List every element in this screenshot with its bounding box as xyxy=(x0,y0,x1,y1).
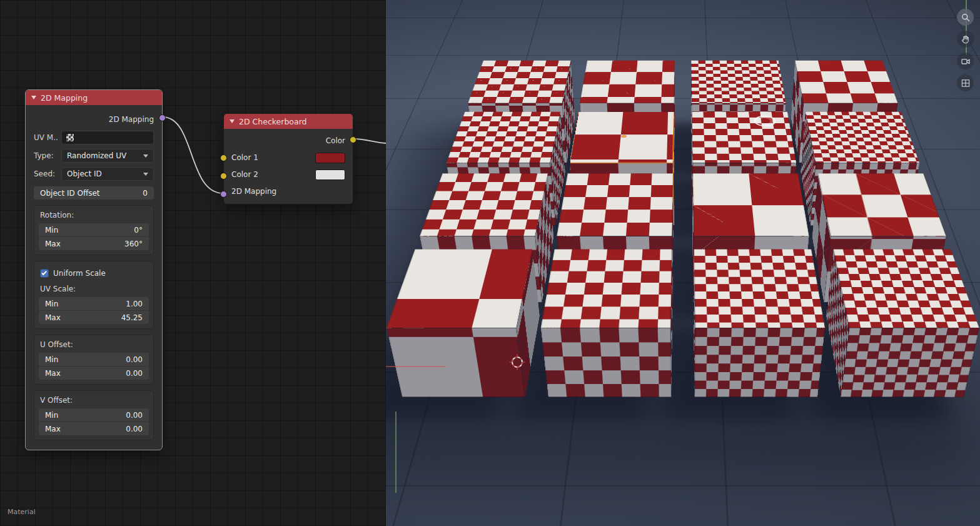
object-id-offset-label: Object ID Offset xyxy=(40,189,100,198)
min-label: Min xyxy=(45,411,58,420)
cube-face-top xyxy=(580,61,675,103)
min-label: Min xyxy=(45,355,58,364)
u-offset-title: U Offset: xyxy=(40,340,148,349)
u-offset-group: U Offset: Min 0.00 Max 0.00 xyxy=(34,335,154,385)
uv-scale-title: UV Scale: xyxy=(40,285,148,293)
min-label: Min xyxy=(45,226,58,235)
cube-face-top xyxy=(468,61,570,103)
cube-face-top xyxy=(447,112,560,163)
rotation-min-field[interactable]: Min 0° xyxy=(39,223,149,236)
type-dropdown[interactable]: Randomized UV xyxy=(61,149,154,163)
v-offset-title: V Offset: xyxy=(40,396,148,405)
cube-face-top xyxy=(692,112,796,163)
cube-face-top xyxy=(795,61,897,103)
uvmap-icon xyxy=(66,133,74,142)
cube-face-top xyxy=(570,112,674,163)
cube-3-1[interactable] xyxy=(548,316,672,397)
seed-dropdown[interactable]: Object ID xyxy=(61,167,154,181)
min-value: 0.00 xyxy=(126,355,143,364)
max-label: Max xyxy=(45,313,61,322)
shader-node-editor[interactable]: 2D Mapping 2D Mapping UV M.. Type: Rando… xyxy=(0,0,386,526)
uvmap-field[interactable] xyxy=(61,131,154,144)
max-label: Max xyxy=(45,369,61,378)
cube-face-top xyxy=(541,250,672,328)
max-value: 0.00 xyxy=(126,425,143,433)
uniform-scale-checkbox[interactable] xyxy=(40,269,49,278)
node-2d-mapping[interactable]: 2D Mapping 2D Mapping UV M.. Type: Rando… xyxy=(25,89,163,450)
3d-cursor xyxy=(509,354,525,370)
socket-output-2d-mapping[interactable] xyxy=(159,114,166,121)
min-value: 0.00 xyxy=(126,411,143,420)
type-label: Type: xyxy=(34,151,61,160)
seed-label: Seed: xyxy=(34,169,61,178)
uv-scale-max-field[interactable]: Max 45.25 xyxy=(39,311,149,324)
editor-breadcrumb: Material xyxy=(8,508,36,516)
socket-input-2d-mapping[interactable] xyxy=(220,191,227,198)
min-value: 1.00 xyxy=(126,300,143,308)
cube-face-front xyxy=(541,328,672,397)
socket-input-color2[interactable] xyxy=(220,173,227,180)
y-axis-line-left xyxy=(395,412,397,493)
hand-icon[interactable] xyxy=(957,31,974,48)
cube-face-front xyxy=(841,328,979,397)
v-offset-min-field[interactable]: Min 0.00 xyxy=(39,408,149,422)
max-value: 45.25 xyxy=(121,313,143,322)
max-label: Max xyxy=(45,425,61,433)
camera-icon[interactable] xyxy=(957,53,974,69)
zoom-icon[interactable] xyxy=(957,9,974,26)
cube-3-2[interactable] xyxy=(694,316,817,397)
v-offset-group: V Offset: Min 0.00 Max 0.00 xyxy=(34,390,154,440)
node-2d-checkerboard[interactable]: 2D Checkerboard Color Color 1 Color 2 2D… xyxy=(223,113,353,205)
v-offset-max-field[interactable]: Max 0.00 xyxy=(39,422,149,435)
object-id-offset-value: 0 xyxy=(143,189,148,198)
node-title: 2D Checkerboard xyxy=(239,117,306,126)
cube-face-top xyxy=(806,112,919,163)
viewport-3d[interactable] xyxy=(386,0,980,526)
color-output-label: Color xyxy=(326,136,345,145)
cube-3-3[interactable] xyxy=(826,316,964,397)
min-label: Min xyxy=(45,300,58,308)
x-axis-line xyxy=(386,366,446,367)
rotation-title: Rotation: xyxy=(40,211,148,220)
cube-face-front xyxy=(694,328,825,397)
chevron-down-icon xyxy=(143,173,148,176)
output-label: 2D Mapping xyxy=(109,115,154,124)
viewport-gizmos xyxy=(957,9,974,91)
max-value: 0.00 xyxy=(126,369,143,378)
color2-swatch[interactable] xyxy=(315,169,345,180)
wire-color-output xyxy=(353,139,386,143)
cube-face-top xyxy=(694,250,826,328)
world xyxy=(388,114,978,406)
u-offset-max-field[interactable]: Max 0.00 xyxy=(39,367,149,380)
color1-label: Color 1 xyxy=(231,153,258,162)
mapping-input-label: 2D Mapping xyxy=(231,187,276,196)
wire-mapping-to-checker xyxy=(163,117,223,193)
max-label: Max xyxy=(45,240,61,248)
cube-face-top xyxy=(557,173,673,236)
check-icon xyxy=(41,270,46,275)
node-2d-mapping-header[interactable]: 2D Mapping xyxy=(26,90,162,105)
collapse-icon[interactable] xyxy=(31,96,36,99)
type-value: Randomized UV xyxy=(67,151,126,160)
collapse-icon[interactable] xyxy=(230,119,235,123)
cube-face-top xyxy=(691,61,786,103)
node-title: 2D Mapping xyxy=(41,93,88,103)
color2-label: Color 2 xyxy=(231,170,258,179)
cube-face-top xyxy=(693,173,809,236)
u-offset-min-field[interactable]: Min 0.00 xyxy=(39,353,149,366)
object-id-offset-field[interactable]: Object ID Offset 0 xyxy=(34,186,154,200)
max-value: 360° xyxy=(124,240,143,248)
uv-scale-min-field[interactable]: Min 1.00 xyxy=(39,297,149,310)
node-2d-checkerboard-header[interactable]: 2D Checkerboard xyxy=(224,114,353,129)
chevron-down-icon xyxy=(143,154,148,158)
uvmap-label: UV M.. xyxy=(34,133,61,142)
uniform-scale-label: Uniform Scale xyxy=(53,269,106,278)
min-value: 0° xyxy=(134,226,143,235)
orthographic-grid-icon[interactable] xyxy=(957,74,974,91)
seed-value: Object ID xyxy=(67,169,102,178)
scale-group: Uniform Scale UV Scale: Min 1.00 Max 45.… xyxy=(34,261,154,329)
socket-output-color[interactable] xyxy=(350,136,356,143)
socket-input-color1[interactable] xyxy=(220,154,227,161)
color1-swatch[interactable] xyxy=(315,153,345,163)
rotation-max-field[interactable]: Max 360° xyxy=(39,237,149,250)
